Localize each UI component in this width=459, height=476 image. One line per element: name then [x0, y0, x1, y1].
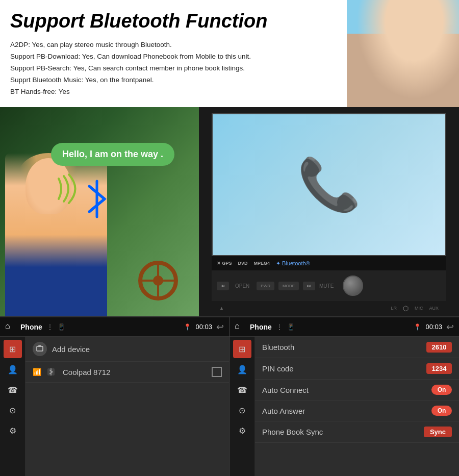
signal-icon-right: 📱 [287, 323, 295, 331]
pin-code-value[interactable]: 1234 [426, 363, 452, 374]
right-panel: ⌂ Phone ⋮ 📱 📍 00:03 ↩ ⊞ 👤 ☎ ⊙ ⚙ Bl [230, 317, 459, 476]
auto-answer-label: Auto Answer [262, 407, 431, 415]
add-device-icon [33, 342, 47, 356]
coolpad-checkbox[interactable] [212, 367, 222, 377]
menu-icon-right[interactable]: ⋮ [276, 323, 283, 331]
gps-icon-right: 📍 [414, 323, 421, 331]
left-panel: ⌂ Phone ⋮ 📱 📍 00:03 ↩ ⊞ 👤 ☎ ⊙ ⚙ [0, 317, 230, 476]
bottom-section: ⌂ Phone ⋮ 📱 📍 00:03 ↩ ⊞ 👤 ☎ ⊙ ⚙ [0, 316, 459, 476]
svg-rect-5 [38, 345, 41, 346]
sidebar-contacts-icon[interactable]: 👤 [4, 360, 22, 379]
usb-icon: ⬡ [403, 305, 409, 312]
signal-icon-left: 📱 [58, 323, 65, 331]
add-device-label: Add device [52, 345, 90, 354]
gps-icon-left: 📍 [184, 323, 191, 331]
right-app-label: Phone [250, 323, 272, 331]
next-btn[interactable]: ⏭ [303, 282, 315, 290]
device-list: Add device 📶 Coolpad 8712 [26, 337, 229, 383]
right-time: 00:03 [425, 323, 442, 331]
phonebook-sync-button[interactable]: Sync [424, 427, 452, 437]
sidebar-lock-icon[interactable]: ⊙ [4, 401, 22, 419]
phonebook-sync-row: Phone Book Sync Sync [255, 421, 459, 443]
sound-waves [48, 168, 89, 211]
phone-call-icon: 📞 [297, 155, 361, 215]
right-sidebar-grid[interactable]: ⊞ [233, 340, 251, 358]
mic-label: MIC [415, 306, 423, 311]
left-app-label: Phone [20, 323, 42, 331]
bluetooth-value[interactable]: 2610 [426, 342, 452, 353]
gps-logo: ✕ GPS [217, 261, 232, 266]
right-panel-body: ⊞ 👤 ☎ ⊙ ⚙ Bluetooth 2610 PIN code 1234 [230, 337, 459, 476]
bluetooth-symbol [84, 179, 115, 224]
menu-icon-left[interactable]: ⋮ [46, 323, 54, 331]
home-icon-right[interactable]: ⌂ [235, 321, 246, 333]
bottom-bar-right: LR ⬡ MIC AUX [391, 305, 439, 312]
pin-code-label: PIN code [262, 364, 426, 373]
up-btn[interactable]: ▲ [219, 306, 224, 311]
mode-btn[interactable]: MODE [278, 282, 299, 290]
right-sidebar-lock[interactable]: ⊙ [233, 401, 251, 419]
feature-3: Support PB-Search: Yes, Can search conta… [10, 63, 306, 74]
left-panel-body: ⊞ 👤 ☎ ⊙ ⚙ Ad [0, 337, 229, 476]
back-icon-right[interactable]: ↩ [446, 321, 454, 333]
open-label: OPEN [235, 283, 249, 289]
volume-knob[interactable] [343, 275, 363, 296]
device-controls: ⏮ OPEN PWR MODE ⏭ MUTE [212, 270, 446, 301]
back-icon-left[interactable]: ↩ [216, 321, 224, 333]
svg-rect-4 [37, 346, 43, 351]
right-sidebar: ⊞ 👤 ☎ ⊙ ⚙ [230, 337, 255, 476]
dvd-logo: DVD [238, 261, 248, 266]
auto-answer-toggle[interactable]: On [431, 406, 452, 416]
device-signal-icon: 📶 [33, 368, 41, 376]
bluetooth-label: Bluetooth [262, 343, 426, 352]
phonebook-sync-label: Phone Book Sync [262, 428, 424, 436]
woman-photo-top [347, 0, 459, 112]
device-logo-strip: ✕ GPS DVD MPEG4 ✦ Bluetooth® [212, 256, 446, 270]
mute-label: MUTE [319, 283, 334, 289]
auto-answer-row: Auto Answer On [255, 400, 459, 421]
bt-logo: ✦ Bluetooth® [276, 260, 310, 267]
left-panel-topbar: ⌂ Phone ⋮ 📱 📍 00:03 ↩ [0, 317, 229, 337]
car-stereo-device: 📞 ✕ GPS DVD MPEG4 ✦ Bluetooth® ⏮ OPEN PW… [199, 107, 459, 316]
sidebar-settings-icon[interactable]: ⚙ [4, 421, 22, 440]
hello-bubble: Hello, I am on the way . [51, 143, 174, 166]
car-device-area: Hello, I am on the way . [0, 107, 459, 316]
right-panel-content: Bluetooth 2610 PIN code 1234 Auto Connec… [255, 337, 459, 476]
left-time: 00:03 [195, 323, 212, 331]
settings-list: Bluetooth 2610 PIN code 1234 Auto Connec… [255, 337, 459, 443]
pin-code-row: PIN code 1234 [255, 358, 459, 380]
feature-1: A2DP: Yes, can play stereo music through… [10, 39, 306, 51]
woman-photo-inner [347, 0, 459, 112]
features-block: A2DP: Yes, can play stereo music through… [10, 39, 306, 98]
right-panel-topbar: ⌂ Phone ⋮ 📱 📍 00:03 ↩ [230, 317, 459, 337]
steering-wheel-area [128, 260, 189, 301]
add-device-item[interactable]: Add device [26, 337, 229, 362]
left-sidebar: ⊞ 👤 ☎ ⊙ ⚙ [0, 337, 26, 476]
right-sidebar-dialpad[interactable]: ☎ [233, 381, 251, 399]
right-sidebar-contacts[interactable]: 👤 [233, 360, 251, 379]
pwr-btn[interactable]: PWR [257, 282, 274, 290]
bluetooth-row: Bluetooth 2610 [255, 337, 459, 358]
lr-label: LR [391, 306, 397, 311]
device-bottom-bar: ▲ LR ⬡ MIC AUX [212, 301, 446, 315]
feature-4: Supprt Bluetooth Music: Yes, on the fron… [10, 74, 306, 86]
home-icon-left[interactable]: ⌂ [5, 321, 16, 333]
sidebar-grid-icon[interactable]: ⊞ [4, 340, 22, 358]
feature-2: Support PB-Download: Yes, Can download P… [10, 51, 306, 63]
coolpad-device-item[interactable]: 📶 Coolpad 8712 [26, 362, 229, 383]
device-screen: 📞 [212, 113, 446, 256]
right-sidebar-settings[interactable]: ⚙ [233, 421, 251, 440]
left-panel-content: Add device 📶 Coolpad 8712 [26, 337, 229, 476]
auto-connect-toggle[interactable]: On [431, 385, 452, 395]
car-image: Hello, I am on the way . [0, 107, 199, 316]
top-section: Support Bluetooth Function A2DP: Yes, ca… [0, 0, 459, 316]
prev-btn[interactable]: ⏮ [217, 282, 229, 290]
aux-label: AUX [429, 306, 439, 311]
sidebar-dialpad-icon[interactable]: ☎ [4, 381, 22, 399]
auto-connect-row: Auto Connect On [255, 380, 459, 400]
feature-5: BT Hands-free: Yes [10, 86, 306, 98]
coolpad-label: Coolpad 8712 [63, 368, 110, 377]
auto-connect-label: Auto Connect [262, 386, 431, 394]
device-bt-icon [46, 367, 56, 377]
svg-point-3 [153, 275, 163, 286]
